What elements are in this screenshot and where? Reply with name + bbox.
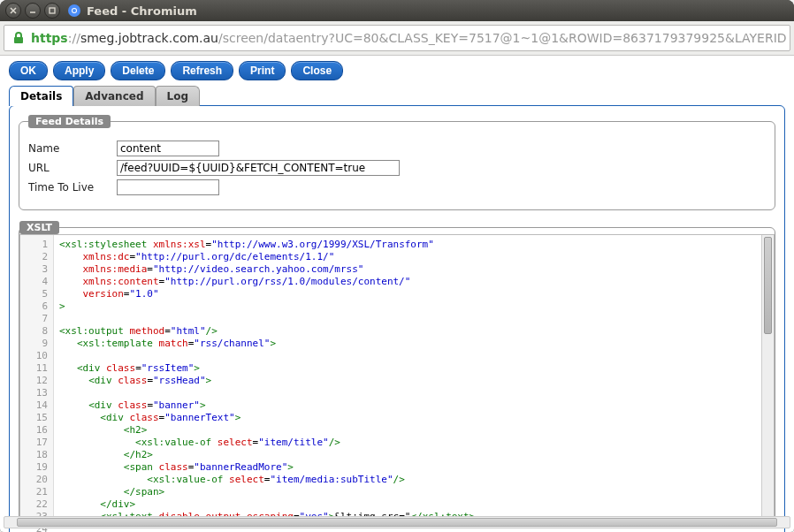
close-button[interactable]: Close [291, 61, 343, 80]
window-maximize-button[interactable] [44, 3, 60, 19]
window-titlebar: Feed - Chromium [0, 0, 794, 21]
line-gutter: 1234567891011121314151617181920212223242… [20, 235, 54, 521]
tab-log[interactable]: Log [156, 86, 200, 106]
window-minimize-button[interactable] [25, 3, 41, 19]
name-field[interactable] [117, 141, 219, 156]
ok-button[interactable]: OK [9, 61, 48, 80]
svg-point-3 [73, 9, 76, 12]
window-title: Feed - Chromium [87, 4, 197, 18]
tab-bar: Details Advanced Log [0, 86, 794, 106]
scrollbar-thumb[interactable] [764, 237, 772, 334]
toolbar: OK Apply Delete Refresh Print Close [0, 56, 794, 86]
address-bar[interactable]: https://smeg.jobtrack.com.au/screen/data… [4, 25, 790, 51]
xslt-group: XSLT 12345678910111213141516171819202122… [19, 221, 775, 522]
svg-rect-0 [50, 8, 55, 13]
scrollbar-thumb[interactable] [17, 518, 777, 527]
ttl-label: Time To Live [28, 181, 117, 194]
delete-button[interactable]: Delete [111, 61, 165, 80]
lock-icon [11, 31, 26, 45]
url-text: https://smeg.jobtrack.com.au/screen/data… [31, 31, 786, 45]
name-label: Name [28, 142, 117, 155]
tab-advanced[interactable]: Advanced [73, 86, 155, 106]
svg-rect-4 [14, 37, 23, 43]
tab-details[interactable]: Details [9, 86, 73, 106]
url-label: URL [28, 162, 117, 174]
page-horizontal-scrollbar[interactable] [4, 516, 790, 528]
apply-button[interactable]: Apply [53, 61, 105, 80]
print-button[interactable]: Print [239, 61, 286, 80]
chromium-icon [67, 4, 81, 18]
url-field[interactable] [117, 160, 400, 176]
xslt-legend: XSLT [19, 221, 59, 234]
feed-details-legend: Feed Details [28, 115, 111, 128]
code-vertical-scrollbar[interactable] [761, 235, 774, 521]
details-panel: Feed Details Name URL Time To Live XSLT … [9, 105, 785, 532]
window-close-button[interactable] [5, 3, 21, 19]
ttl-field[interactable] [117, 179, 219, 195]
refresh-button[interactable]: Refresh [171, 61, 233, 80]
feed-details-group: Feed Details Name URL Time To Live [19, 115, 775, 210]
xslt-editor[interactable]: 1234567891011121314151617181920212223242… [19, 234, 775, 521]
code-area[interactable]: <xsl:stylesheet xmlns:xsl="http://www.w3… [54, 235, 774, 521]
